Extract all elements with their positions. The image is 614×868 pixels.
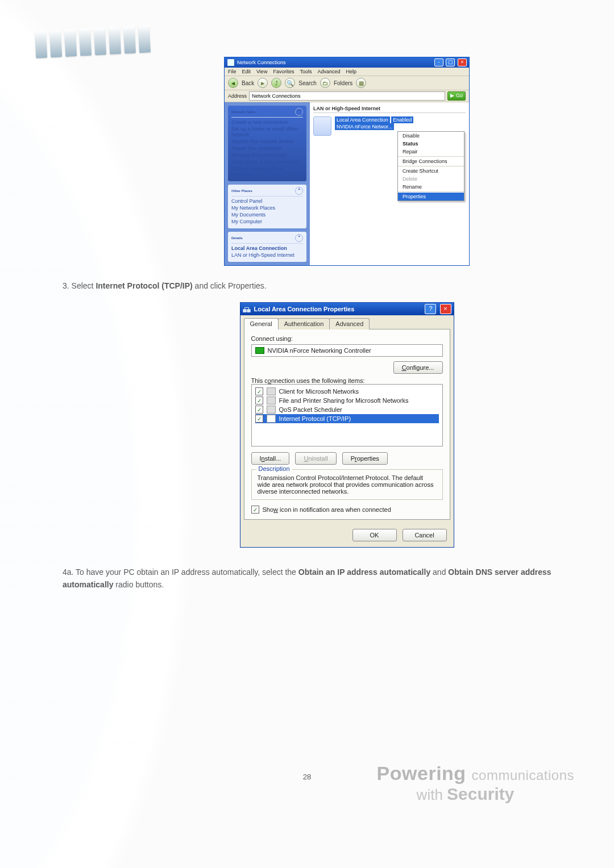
checkbox-icon[interactable] [255,406,263,414]
menu-tools[interactable]: Tools [300,69,312,74]
chevron-up-icon[interactable]: ˄ [295,187,303,195]
adapter-icon [255,347,264,354]
connect-using-label: Connect using: [251,335,443,342]
show-icon-label: Show icon in notification area when conn… [263,506,391,513]
place-item[interactable]: My Computer [231,218,303,225]
place-item[interactable]: My Network Places [231,205,303,211]
ctx-shortcut[interactable]: Create Shortcut [398,167,464,175]
minimize-button[interactable]: ‑ [434,59,443,66]
tab-authentication[interactable]: Authentication [278,318,330,329]
menu-view[interactable]: View [256,69,267,74]
address-input[interactable] [249,91,445,101]
details-item: Local Area Connection [231,245,303,252]
context-menu: Disable Status Repair Bridge Connections… [397,131,464,201]
component-icon [267,397,276,404]
ctx-properties[interactable]: Properties [398,193,464,201]
toolbar: ◄ Back ► ⤴ 🔍 Search 🗀 Folders ▦ [225,76,469,90]
menu-help[interactable]: Help [346,69,356,74]
description-group: Description Transmission Control Protoco… [251,469,443,500]
views-icon[interactable]: ▦ [356,78,366,88]
task-item[interactable]: Change settings of this connection [231,165,303,178]
adapter-name: NVIDIA nForce Networking Controller [268,347,371,354]
folders-label: Folders [334,80,352,86]
configure-button[interactable]: CConfigure...onfigure... [393,361,443,374]
ctx-bridge[interactable]: Bridge Connections [398,157,464,165]
lan-properties-dialog: Local Area Connection Properties ? × Gen… [240,302,454,548]
forward-icon[interactable]: ► [258,78,268,88]
details-item: LAN or High-Speed Internet [231,252,303,258]
details-panel: Details˅ Local Area Connection LAN or Hi… [228,232,306,262]
network-tasks-title: Network Tasks [231,110,255,114]
search-icon[interactable]: 🔍 [285,78,295,88]
uses-label: This connection uses the following items… [251,377,443,384]
menu-favorites[interactable]: Favorites [273,69,294,74]
other-places-title: Other Places [231,189,252,193]
menu-edit[interactable]: Edit [242,69,251,74]
svg-rect-1 [247,310,250,312]
connection-adapter: NVIDIA nForce Networ... [335,123,394,130]
ctx-status[interactable]: Status [398,140,464,148]
task-item[interactable]: Set up a home or small office network [231,126,303,138]
component-list[interactable]: Client for Microsoft Networks File and P… [251,384,443,446]
tab-general[interactable]: General [244,318,279,329]
list-item[interactable]: File and Printer Sharing for Microsoft N… [255,396,439,405]
details-title: Details [231,236,243,240]
task-item[interactable]: Disable this network device [231,138,303,145]
task-item[interactable]: Rename this connection [231,152,303,158]
folders-icon[interactable]: 🗀 [320,78,330,88]
component-icon [267,415,276,423]
place-item[interactable]: My Documents [231,211,303,218]
component-icon [267,406,276,414]
network-icon [243,305,251,313]
window-title: Network Connections [237,60,286,65]
connection-status: Enabled [391,116,413,123]
dialog-title: Local Area Connection Properties [254,306,355,312]
window-buttons: ‑ ▢ × [433,59,467,66]
step-3-text: 3. Select Internet Protocol (TCP/IP) and… [63,279,580,292]
address-bar: Address ▶ Go [225,90,469,102]
tab-strip: General Authentication Advanced [240,318,454,329]
back-label: Back [242,80,254,86]
ctx-delete: Delete [398,175,464,183]
ctx-repair[interactable]: Repair [398,148,464,156]
step-4a-text: 4a. To have your PC obtain an IP address… [63,566,580,591]
up-icon[interactable]: ⤴ [271,78,281,88]
install-button[interactable]: Install... [251,452,290,465]
help-button[interactable]: ? [425,304,436,314]
tab-advanced[interactable]: Advanced [329,318,370,329]
menu-advanced[interactable]: Advanced [317,69,340,74]
place-item[interactable]: Control Panel [231,198,303,205]
connection-icon [313,116,331,136]
go-button[interactable]: ▶ Go [447,91,466,101]
ctx-disable[interactable]: Disable [398,132,464,140]
chevron-down-icon[interactable]: ˅ [295,234,303,242]
connections-list: LAN or High-Speed Internet Local Area Co… [310,102,469,265]
back-icon[interactable]: ◄ [228,78,238,88]
checkbox-icon[interactable] [255,387,263,395]
description-body: Transmission Control Protocol/Internet P… [258,474,437,495]
list-item[interactable]: Client for Microsoft Networks [255,387,439,396]
network-connections-window: Network Connections ‑ ▢ × File Edit View… [224,57,470,266]
group-title: LAN or High-Speed Internet [313,106,466,113]
task-item[interactable]: View status of this connection [231,158,303,165]
search-label: Search [298,80,317,86]
task-item[interactable]: Repair this connection [231,145,303,152]
cancel-button[interactable]: Cancel [403,529,447,541]
properties-button[interactable]: Properties [342,452,388,465]
checkbox-icon[interactable] [255,415,263,423]
ok-button[interactable]: OK [352,529,397,541]
svg-rect-0 [243,310,246,312]
task-item[interactable]: Create a new connection [231,119,303,126]
maximize-button[interactable]: ▢ [446,59,455,66]
list-item[interactable]: QoS Packet Scheduler [255,405,439,414]
close-button[interactable]: × [440,304,451,314]
titlebar: Network Connections ‑ ▢ × [225,57,469,68]
menu-file[interactable]: File [228,69,237,74]
checkbox-icon[interactable] [255,397,263,404]
list-item-selected[interactable]: Internet Protocol (TCP/IP) [255,414,439,423]
show-icon-checkbox[interactable]: ✓ [251,506,259,514]
side-panel: Network Tasks˄ Create a new connection S… [225,102,310,265]
ctx-rename[interactable]: Rename [398,183,464,191]
chevron-up-icon[interactable]: ˄ [295,108,303,116]
close-button[interactable]: × [458,59,467,66]
